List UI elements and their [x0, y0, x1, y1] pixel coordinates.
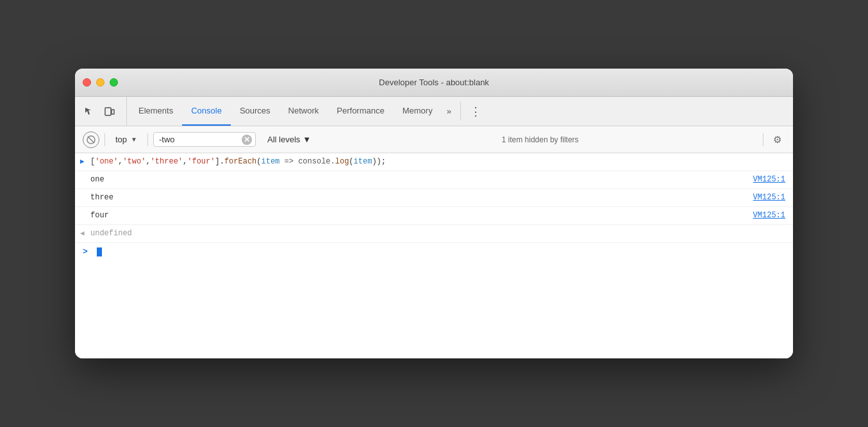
- console-toolbar: top ▼ ✕ All levels ▼ 1 item hidden by fi…: [75, 126, 793, 153]
- source-link-one[interactable]: VM125:1: [740, 175, 785, 184]
- console-output: ▶ ['one','two','three','four'].forEach(i…: [75, 153, 793, 358]
- console-output-undefined: ◀ undefined: [75, 225, 793, 243]
- console-output-three: three VM125:1: [75, 189, 793, 207]
- svg-line-3: [88, 137, 94, 143]
- devtools-menu-button[interactable]: ⋮: [465, 97, 487, 126]
- log-levels-button[interactable]: All levels ▼: [261, 133, 317, 146]
- tab-sources[interactable]: Sources: [231, 97, 280, 126]
- context-selector[interactable]: top ▼: [110, 133, 142, 146]
- return-arrow: ◀: [80, 229, 90, 237]
- console-cursor: [97, 247, 102, 256]
- source-link-four[interactable]: VM125:1: [740, 211, 785, 220]
- filter-clear-button[interactable]: ✕: [242, 135, 252, 145]
- toolbar-divider-1: [104, 133, 105, 146]
- svg-rect-1: [112, 110, 114, 114]
- tab-separator: [460, 102, 461, 121]
- console-input-row[interactable]: >: [75, 243, 793, 260]
- tab-console[interactable]: Console: [182, 97, 231, 126]
- window-title: Developer Tools - about:blank: [379, 78, 489, 87]
- output-text-one: one: [90, 174, 740, 185]
- hidden-items-info: 1 item hidden by filters: [322, 135, 758, 144]
- tabbar: Elements Console Sources Network Perform…: [75, 97, 793, 126]
- expand-arrow[interactable]: ▶: [80, 157, 90, 165]
- levels-dropdown-arrow: ▼: [303, 135, 311, 144]
- device-mode-button[interactable]: [101, 103, 119, 121]
- console-output-four: four VM125:1: [75, 207, 793, 225]
- inspect-element-button[interactable]: [80, 103, 98, 121]
- minimize-button[interactable]: [96, 78, 104, 87]
- row-indent: [80, 176, 90, 183]
- toolbar-divider-3: [763, 133, 764, 146]
- tab-elements[interactable]: Elements: [129, 97, 182, 126]
- console-settings-button[interactable]: ⚙: [769, 131, 785, 148]
- more-tabs-button[interactable]: »: [442, 97, 456, 126]
- filter-input[interactable]: [153, 132, 256, 147]
- tab-performance[interactable]: Performance: [328, 97, 393, 126]
- filter-wrap: ✕: [153, 132, 256, 147]
- devtools-window: Developer Tools - about:blank Elements C…: [75, 69, 793, 358]
- clear-console-button[interactable]: [83, 131, 99, 148]
- tab-memory[interactable]: Memory: [394, 97, 442, 126]
- tab-network[interactable]: Network: [280, 97, 328, 126]
- code-content: ['one','two','three','four'].forEach(ite…: [90, 156, 785, 167]
- maximize-button[interactable]: [110, 78, 118, 87]
- svg-rect-0: [105, 108, 111, 115]
- output-text-four: four: [90, 210, 740, 221]
- titlebar: Developer Tools - about:blank: [75, 69, 793, 97]
- output-text-three: three: [90, 192, 740, 203]
- output-undefined: undefined: [90, 228, 785, 239]
- console-output-one: one VM125:1: [75, 171, 793, 189]
- traffic-lights: [83, 78, 118, 87]
- row-indent: [80, 194, 90, 201]
- source-link-three[interactable]: VM125:1: [740, 193, 785, 202]
- console-entry-code: ▶ ['one','two','three','four'].forEach(i…: [75, 153, 793, 171]
- row-indent: [80, 212, 90, 219]
- console-prompt-symbol: >: [83, 247, 93, 256]
- tab-icons: [80, 97, 127, 126]
- toolbar-divider-2: [147, 133, 148, 146]
- close-button[interactable]: [83, 78, 91, 87]
- context-dropdown-arrow: ▼: [131, 136, 137, 143]
